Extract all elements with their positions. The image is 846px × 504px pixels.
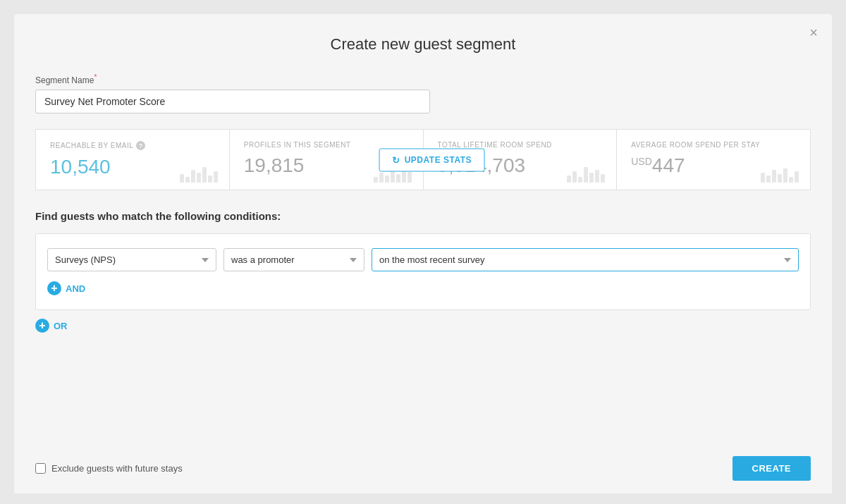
add-and-button[interactable]: + AND <box>47 281 85 295</box>
exclude-checkbox[interactable] <box>35 463 46 474</box>
modal-footer: Exclude guests with future stays CREATE <box>14 443 832 493</box>
condition-row: Surveys (NPS) Email Booking Stay Loyalty… <box>47 248 799 271</box>
stat-label-avg: AVERAGE ROOM SPEND PER STAY <box>631 141 796 149</box>
segment-name-section: Segment Name* <box>35 73 811 129</box>
stat-card-reachable-email: REACHABLE BY EMAIL ? 10,540 <box>35 129 229 190</box>
create-segment-modal: × Create new guest segment Segment Name*… <box>14 14 832 493</box>
stats-row: REACHABLE BY EMAIL ? 10,540 PROFILES IN … <box>35 129 811 190</box>
add-or-button[interactable]: + OR <box>35 319 68 333</box>
mini-bars-reachable <box>180 167 218 183</box>
segment-name-input[interactable] <box>35 90 430 113</box>
mini-bars-total <box>567 167 605 183</box>
info-icon-reachable[interactable]: ? <box>136 141 145 150</box>
or-label: OR <box>54 321 68 331</box>
condition-value-select[interactable]: on the most recent survey on any survey … <box>372 248 799 271</box>
condition-field-select[interactable]: Surveys (NPS) Email Booking Stay Loyalty <box>47 248 216 271</box>
plus-icon-or: + <box>35 319 49 333</box>
condition-operator-select[interactable]: was a promoter was a detractor was passi… <box>223 248 364 271</box>
stat-card-profiles: PROFILES IN THIS SEGMENT 19,815 ↻ UPDATE… <box>229 129 423 190</box>
conditions-title: Find guests who match the following cond… <box>35 210 811 222</box>
conditions-block: Surveys (NPS) Email Booking Stay Loyalty… <box>35 233 811 310</box>
exclude-checkbox-label[interactable]: Exclude guests with future stays <box>35 463 183 474</box>
plus-icon-and: + <box>47 281 61 295</box>
segment-name-label: Segment Name* <box>35 73 811 85</box>
refresh-icon: ↻ <box>392 154 400 165</box>
modal-title: Create new guest segment <box>35 35 811 54</box>
create-button[interactable]: CREATE <box>732 456 811 481</box>
conditions-section: Find guests who match the following cond… <box>35 210 811 333</box>
stat-label-reachable: REACHABLE BY EMAIL ? <box>50 141 215 150</box>
usd-prefix: USD <box>631 156 652 167</box>
update-stats-button[interactable]: ↻ UPDATE STATS <box>379 148 485 171</box>
and-label: AND <box>66 283 85 294</box>
close-button[interactable]: × <box>809 25 818 39</box>
stat-card-avg-spend: AVERAGE ROOM SPEND PER STAY USD447 <box>616 129 811 190</box>
mini-bars-avg <box>761 168 799 183</box>
exclude-label-text: Exclude guests with future stays <box>51 463 183 474</box>
